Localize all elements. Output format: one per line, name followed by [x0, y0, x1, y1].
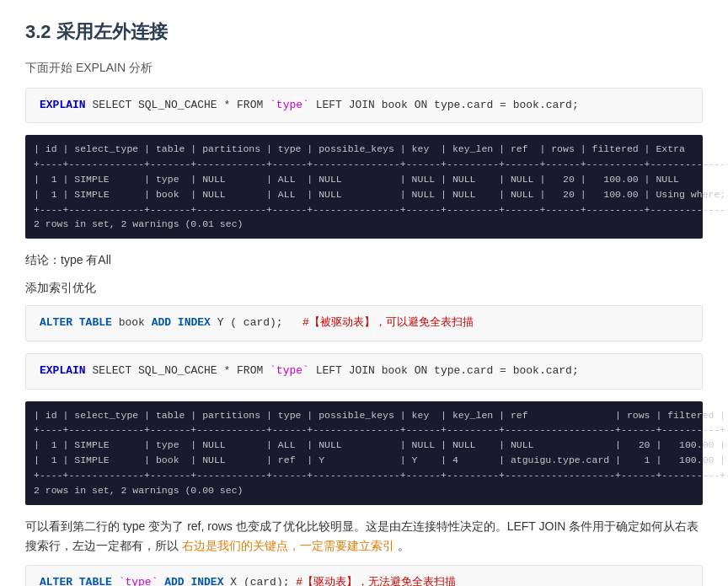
db-result-1: | id | select_type | table | partitions … [25, 135, 703, 239]
alter-sql-2: ALTER TABLE `type` ADD INDEX X (card); #… [25, 565, 703, 586]
para-1: 可以看到第二行的 type 变为了 ref, rows 也变成了优化比较明显。这… [25, 517, 703, 557]
add-index-label: 添加索引优化 [25, 278, 703, 297]
explain-sql-1: EXPLAIN SELECT SQL_NO_CACHE * FROM `type… [25, 88, 703, 124]
para-1-link[interactable]: 右边是我们的关键点，一定需要建立索引 [182, 539, 394, 552]
para-1-after: 。 [394, 539, 410, 552]
db-result-2: | id | select_type | table | partitions … [25, 401, 703, 505]
conclusion: 结论：type 有All [25, 250, 703, 269]
section-intro: 下面开始 EXPLAIN 分析 [25, 58, 703, 77]
explain-sql-2: EXPLAIN SELECT SQL_NO_CACHE * FROM `type… [25, 353, 703, 390]
section-heading: 3.2 采用左外连接 [25, 17, 703, 46]
alter-sql-1: ALTER TABLE book ADD INDEX Y ( card); #【… [25, 305, 703, 341]
